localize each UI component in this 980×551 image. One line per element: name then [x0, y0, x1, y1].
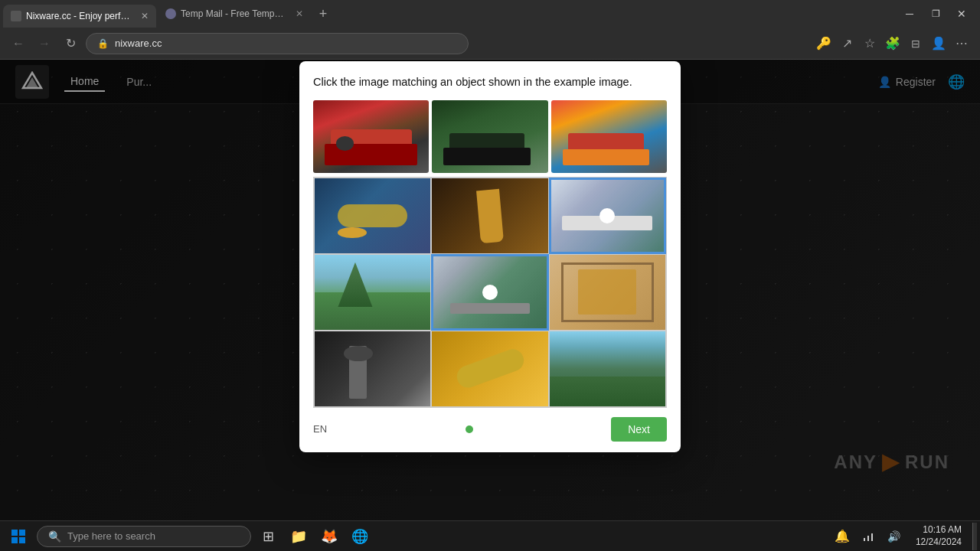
grid-cell-1[interactable] [314, 178, 431, 254]
taskbar-search-icon: 🔍 [48, 530, 61, 543]
captcha-next-button[interactable]: Next [611, 417, 667, 442]
forward-button[interactable]: → [34, 33, 55, 54]
profile-icon[interactable]: 👤 [928, 33, 949, 54]
tab1-label: Nixware.cc - Enjoy perfect perfo... [26, 11, 133, 21]
taskbar-time: 10:16 AM [916, 524, 962, 536]
svg-rect-6 [864, 538, 865, 541]
share-icon[interactable]: ↗ [836, 33, 858, 54]
website-content: Home Pur... 👤 Register 🌐 Username: Requi… [0, 60, 980, 551]
captcha-footer: EN Next [313, 417, 667, 442]
tab2-favicon [165, 8, 176, 19]
tab-minimize-icon[interactable]: ─ [897, 3, 922, 24]
svg-rect-3 [19, 530, 25, 536]
captcha-lang: EN [313, 423, 327, 435]
tab1-close[interactable]: ✕ [141, 11, 149, 21]
tab2-label: Temp Mail - Free Temporary Disp... [181, 8, 288, 19]
modal-backdrop: Click the image matching an object shown… [0, 60, 980, 551]
captcha-grid [313, 177, 667, 408]
address-bar: ← → ↻ 🔒 nixware.cc 🔑 ↗ ☆ 🧩 ⊟ 👤 ⋯ [0, 28, 980, 60]
add-tab-icon: + [319, 6, 328, 22]
start-button[interactable] [3, 521, 34, 552]
captcha-top-img-2[interactable] [432, 100, 547, 173]
browser-tab-active[interactable]: Nixware.cc - Enjoy perfect perfo... ✕ [3, 5, 156, 28]
address-text: nixware.cc [115, 37, 162, 49]
browser-tab-inactive[interactable]: Temp Mail - Free Temporary Disp... ✕ [158, 3, 311, 24]
taskbar-clock: 10:16 AM 12/24/2024 [910, 524, 968, 548]
extensions-icon[interactable]: 🧩 [882, 33, 903, 54]
grid-cell-7[interactable] [314, 331, 431, 407]
taskbar-search[interactable]: 🔍 Type here to search [37, 526, 251, 547]
svg-rect-8 [871, 533, 873, 541]
taskbar: 🔍 Type here to search ⊞ 📁 🦊 🌐 🔔 🔊 10:16 … [0, 520, 980, 551]
task-view-button[interactable]: ⊞ [254, 523, 282, 550]
refresh-button[interactable]: ↻ [60, 33, 81, 54]
grid-cell-5[interactable] [431, 254, 548, 331]
captcha-instruction: Click the image matching an object shown… [313, 75, 667, 90]
tab-close-icon[interactable]: ✕ [949, 3, 974, 24]
svg-rect-7 [867, 536, 869, 541]
captcha-top-img-3[interactable] [551, 100, 667, 173]
captcha-top-row [313, 100, 667, 173]
back-button[interactable]: ← [8, 33, 29, 54]
taskbar-firefox[interactable]: 🦊 [315, 523, 343, 550]
lock-icon: 🔒 [97, 38, 109, 49]
tab2-close[interactable]: ✕ [296, 8, 303, 19]
split-screen-icon[interactable]: ⊟ [905, 33, 926, 54]
tab1-favicon [11, 11, 21, 21]
taskbar-notifications[interactable]: 🔔 [831, 526, 853, 547]
taskbar-file-explorer[interactable]: 📁 [285, 523, 312, 550]
taskbar-volume[interactable]: 🔊 [884, 526, 905, 547]
grid-cell-3[interactable] [549, 178, 666, 254]
new-tab-button[interactable]: + [312, 3, 334, 24]
captcha-top-img-1[interactable] [313, 100, 429, 173]
password-manager-icon[interactable]: 🔑 [813, 33, 835, 54]
taskbar-search-placeholder: Type here to search [67, 530, 155, 542]
taskbar-date: 12/24/2024 [916, 536, 962, 549]
taskbar-edge[interactable]: 🌐 [346, 523, 374, 550]
captcha-modal: Click the image matching an object shown… [299, 61, 681, 452]
captcha-indicator-dot [466, 425, 473, 433]
grid-cell-2[interactable] [431, 178, 548, 254]
star-icon[interactable]: ☆ [859, 33, 880, 54]
address-input[interactable]: 🔒 nixware.cc [86, 33, 469, 54]
grid-cell-6[interactable] [549, 254, 666, 331]
svg-rect-2 [11, 530, 18, 536]
taskbar-network[interactable] [858, 526, 879, 547]
browser-menu-icon[interactable]: ⋯ [951, 33, 972, 54]
tab-bar: Nixware.cc - Enjoy perfect perfo... ✕ Te… [0, 0, 980, 28]
grid-cell-4[interactable] [314, 254, 431, 331]
tab-restore-icon[interactable]: ❐ [923, 3, 948, 24]
grid-cell-9[interactable] [549, 331, 666, 407]
network-icon [862, 532, 874, 541]
windows-logo-icon [11, 530, 25, 543]
svg-rect-5 [19, 537, 25, 543]
show-desktop-button[interactable] [972, 523, 977, 550]
svg-rect-4 [11, 537, 18, 543]
grid-cell-8[interactable] [431, 331, 548, 407]
browser-chrome: Nixware.cc - Enjoy perfect perfo... ✕ Te… [0, 0, 980, 551]
